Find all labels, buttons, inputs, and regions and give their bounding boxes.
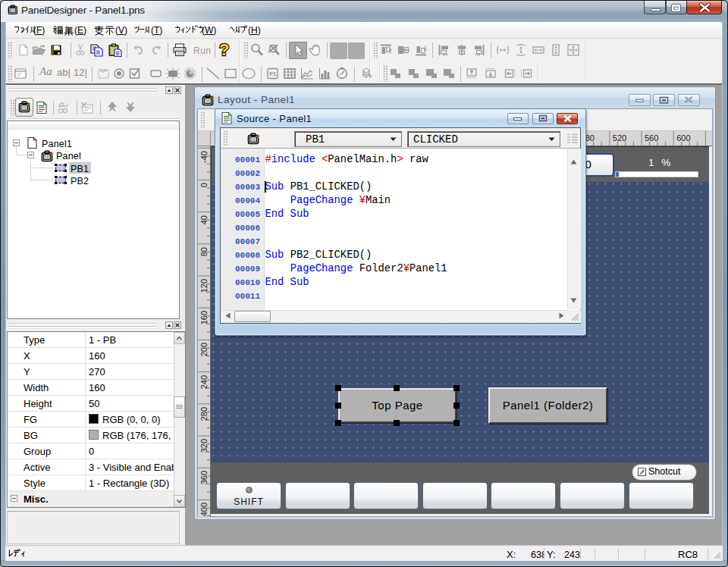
svg-text:?: ? bbox=[219, 40, 229, 59]
svg-text:F1: F1 bbox=[269, 70, 277, 77]
svg-text:xyz: xyz bbox=[100, 68, 107, 73]
